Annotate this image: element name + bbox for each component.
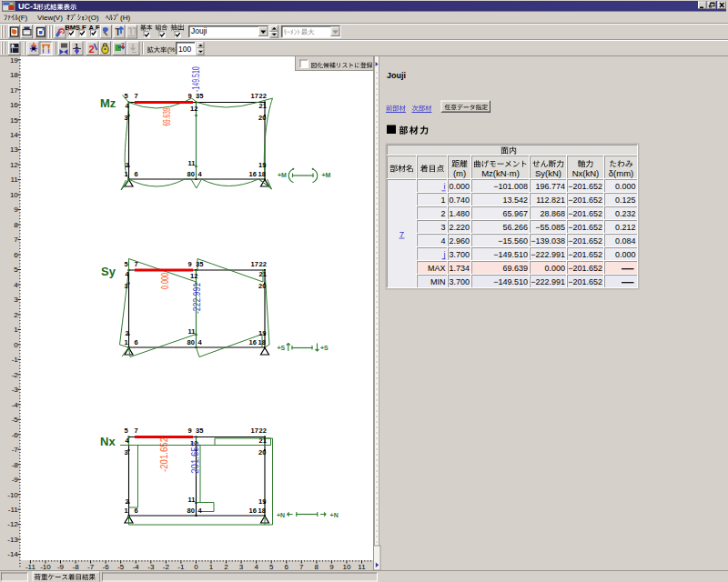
svg-text:Sy: Sy: [101, 265, 116, 278]
svg-text:7: 7: [135, 426, 138, 435]
svg-text:2: 2: [126, 497, 129, 506]
svg-text:-149.510: -149.510: [190, 66, 201, 92]
svg-text:1: 1: [125, 338, 128, 346]
svg-text:17: 17: [251, 426, 258, 435]
svg-text:1: 1: [209, 563, 214, 571]
svg-text:10: 10: [342, 563, 350, 571]
svg-text:17: 17: [251, 92, 258, 100]
svg-text:−201.652: −201.652: [568, 223, 602, 232]
svg-text:−201.652: −201.652: [568, 277, 602, 286]
svg-text:0.000: 0.000: [449, 182, 470, 191]
svg-text:-6: -6: [103, 563, 110, 571]
svg-text:21: 21: [259, 270, 267, 278]
svg-text:5: 5: [125, 92, 128, 100]
svg-text:0.000: 0.000: [544, 264, 565, 273]
svg-text:−55.085: −55.085: [535, 223, 565, 232]
svg-text:17: 17: [251, 260, 258, 268]
svg-text:MIN: MIN: [430, 277, 446, 286]
svg-text:20: 20: [258, 282, 266, 290]
svg-text:8: 8: [315, 563, 319, 571]
svg-text:80: 80: [187, 507, 195, 515]
svg-text:-3: -3: [12, 386, 19, 394]
svg-text:+N: +N: [330, 512, 339, 518]
svg-text:28.868: 28.868: [540, 209, 565, 218]
svg-text:5: 5: [125, 260, 128, 268]
svg-text:0.212: 0.212: [615, 223, 636, 232]
svg-text:19: 19: [10, 56, 18, 65]
svg-text:11: 11: [10, 176, 18, 184]
svg-text:2.220: 2.220: [449, 223, 470, 232]
svg-text:-2: -2: [163, 563, 170, 571]
svg-text:−15.560: −15.560: [498, 236, 528, 246]
svg-text:20: 20: [258, 114, 266, 122]
svg-text:-1: -1: [12, 356, 19, 364]
svg-text:6: 6: [135, 170, 138, 178]
svg-text:17: 17: [10, 86, 18, 95]
svg-text:MAX: MAX: [428, 264, 446, 273]
svg-text:4: 4: [440, 236, 445, 246]
svg-text:19: 19: [258, 329, 266, 337]
svg-text:18: 18: [258, 507, 266, 515]
svg-text:-6: -6: [12, 431, 19, 439]
svg-text:18: 18: [258, 170, 266, 178]
svg-text:69.639: 69.639: [502, 264, 528, 273]
svg-text:112.821: 112.821: [536, 196, 565, 205]
svg-text:9: 9: [188, 92, 192, 100]
svg-text:-8: -8: [72, 563, 79, 571]
svg-text:(H): (H): [120, 14, 130, 22]
svg-text:(F): (F): [18, 14, 28, 22]
svg-text:1: 1: [125, 170, 128, 178]
svg-text:-4: -4: [12, 401, 19, 409]
svg-text:i: i: [444, 182, 446, 191]
svg-text:2: 2: [224, 563, 228, 571]
svg-text:18: 18: [10, 71, 18, 79]
svg-text:-222.991: -222.991: [191, 283, 202, 314]
svg-text:6: 6: [285, 563, 289, 571]
svg-text:-2: -2: [12, 371, 19, 379]
svg-text:1: 1: [440, 196, 445, 205]
svg-text:−222.991: −222.991: [531, 277, 565, 286]
svg-text:11: 11: [188, 496, 196, 504]
svg-text:12: 12: [190, 105, 197, 113]
svg-text:0.000: 0.000: [615, 250, 636, 259]
svg-text:-8: -8: [12, 461, 19, 469]
svg-text:56.266: 56.266: [502, 223, 528, 232]
svg-text:80: 80: [187, 170, 195, 178]
svg-text:0.000: 0.000: [615, 182, 636, 191]
svg-text:5: 5: [269, 563, 274, 571]
svg-text:Jouji: Jouji: [191, 26, 207, 35]
svg-text:+S: +S: [278, 345, 286, 351]
svg-text:22: 22: [259, 92, 267, 100]
svg-text:0.232: 0.232: [615, 209, 636, 218]
svg-text:-3: -3: [147, 563, 155, 571]
svg-text:6: 6: [135, 507, 138, 515]
svg-text:65.967: 65.967: [502, 209, 528, 218]
svg-text:0.740: 0.740: [449, 196, 470, 205]
svg-text:Sy(kN): Sy(kN): [535, 168, 561, 178]
svg-text:7: 7: [399, 229, 404, 239]
svg-text:+S: +S: [320, 345, 329, 351]
svg-text:3: 3: [125, 282, 128, 290]
svg-text:−201.652: −201.652: [568, 250, 602, 259]
svg-text:−201.652: −201.652: [568, 264, 602, 273]
svg-text:View(V): View(V): [37, 14, 63, 22]
svg-text:+N: +N: [277, 512, 285, 518]
svg-text:2.960: 2.960: [449, 236, 470, 246]
svg-text:0.000: 0.000: [160, 273, 171, 289]
svg-text:-14: -14: [7, 550, 18, 558]
svg-text:35: 35: [196, 426, 203, 435]
svg-text:2: 2: [126, 161, 129, 169]
svg-text:4: 4: [254, 563, 258, 571]
svg-text:−139.038: −139.038: [531, 236, 565, 246]
svg-text:-11: -11: [8, 506, 19, 514]
svg-text:19: 19: [258, 497, 266, 506]
svg-text:2: 2: [440, 209, 445, 218]
svg-text:14: 14: [10, 131, 18, 139]
svg-text:−222.991: −222.991: [531, 250, 565, 259]
svg-text:0.125: 0.125: [615, 196, 636, 205]
svg-text:1.480: 1.480: [449, 209, 470, 218]
svg-text:j: j: [443, 250, 446, 259]
svg-text:3: 3: [440, 223, 445, 232]
svg-text:19: 19: [258, 161, 266, 169]
svg-text:196.774: 196.774: [535, 182, 565, 191]
